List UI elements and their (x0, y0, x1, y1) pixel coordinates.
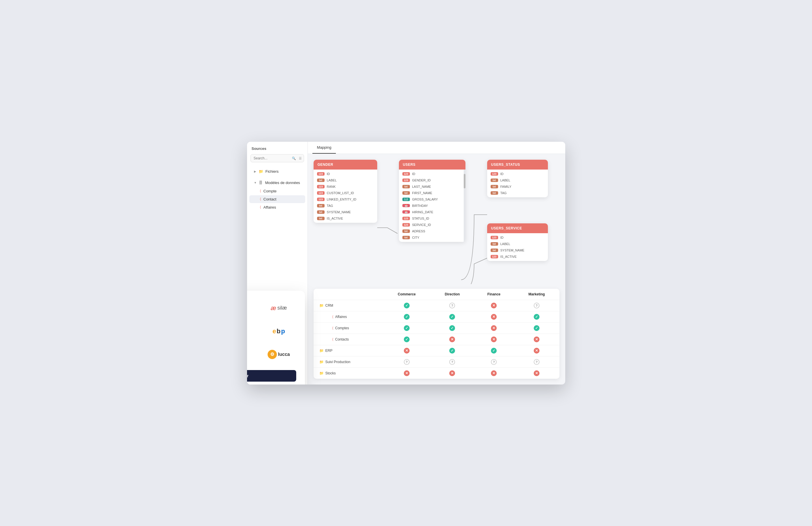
type-badge: 123 (402, 223, 410, 227)
field-name: ADRESS (412, 229, 425, 233)
perm-table-row: ⟨ Contacts ✓ ✕ ✕ ✕ (314, 333, 560, 345)
type-badge: 123 (402, 179, 410, 182)
perm-row-label: ⟨ Comptes (314, 322, 383, 333)
field-name: LABEL (327, 179, 337, 182)
status-check-icon: ✓ (404, 314, 410, 320)
perm-cell-marketing: ✕ (514, 345, 560, 356)
table-users-body: 123ID 123GENDER_ID txtLAST_NAME txtFIRST… (399, 170, 465, 242)
field-name: RANK (327, 185, 336, 188)
col-header-finance: Finance (474, 289, 514, 300)
perm-cell-direction: ✕ (431, 333, 474, 345)
table-gender-header: GENDER (314, 160, 377, 170)
col-header-commerce: Commerce (383, 289, 431, 300)
perm-table-row: 📁 Stocks ✕ ✕ ✕ ✕ (314, 367, 560, 379)
main-content: GENDER 123ID txtLABEL 123RANK 123CUSTOM_… (308, 154, 565, 385)
field-name: LINKED_ENTITY_ID (327, 198, 357, 201)
logo-lucca: ⚙ lucca (261, 346, 296, 363)
db-icon (259, 181, 263, 185)
perm-cell-finance: ✕ (474, 322, 514, 333)
type-badge: 📅 (402, 204, 410, 207)
connector-logos-grid: Sage X æ silæ Wavesoft (247, 299, 296, 363)
status-check-icon: ✓ (449, 325, 455, 331)
type-badge: txt (317, 179, 324, 182)
table-gender-body: 123ID txtLABEL 123RANK 123CUSTOM_LIST_ID… (314, 170, 377, 223)
table-row: 123ID (399, 171, 465, 177)
logo-dynamics (247, 346, 256, 363)
col-header-empty (314, 289, 383, 300)
scrollbar-thumb[interactable] (464, 174, 465, 188)
type-badge: txt (402, 236, 410, 239)
table-row: txtCITY (399, 234, 465, 241)
folder-icon (259, 169, 263, 174)
perm-cell-direction: ? (431, 300, 474, 311)
tab-mapping[interactable]: Mapping (313, 142, 336, 154)
search-icon: 🔍 (292, 156, 296, 160)
search-input[interactable] (250, 154, 304, 162)
table-row: 📅BIRTHDAY (399, 202, 465, 209)
col-header-direction: Direction (431, 289, 474, 300)
type-badge: txt (317, 210, 324, 214)
scrollbar-track[interactable] (464, 170, 465, 242)
tabs-bar: Mapping (308, 142, 565, 154)
perm-cell-finance: ✕ (474, 333, 514, 345)
perm-cell-finance: ? (474, 356, 514, 367)
table-row: 123LINKED_ENTITY_ID (314, 196, 377, 202)
table-users-status: USERS_STATUS 123ID txtLABEL txtFAMILY tx… (487, 160, 548, 197)
type-badge: 123 (402, 217, 410, 220)
connecter-button[interactable]: Connecter (247, 370, 296, 382)
field-name: FIRST_NAME (412, 191, 433, 195)
sidebar-item-contact[interactable]: ⟨ Contact (249, 195, 305, 203)
field-name: TAG (327, 204, 333, 208)
status-cross-icon: ✕ (491, 314, 497, 320)
perm-cell-direction: ✓ (431, 311, 474, 322)
perm-table-row: ⟨ Comptes ✓ ✓ ✕ ✓ (314, 322, 560, 333)
status-cross-icon: ✕ (404, 348, 410, 354)
sidebar-item-compte[interactable]: ⟨ Compte (249, 187, 305, 195)
field-name: CUSTOM_LIST_ID (327, 191, 354, 195)
sidebar-group-fichiers: ▶ Fichiers (247, 166, 307, 177)
perm-cell-commerce: ✓ (383, 311, 431, 322)
logo-excel: X (247, 299, 256, 317)
perm-cell-marketing: ✕ (514, 367, 560, 379)
status-question-icon: ? (404, 359, 410, 365)
perm-cell-commerce: ✓ (383, 300, 431, 311)
status-check-icon: ✓ (449, 314, 455, 320)
table-row: 123STATUS_ID (399, 215, 465, 222)
sidebar-item-modeles[interactable]: ▼ Modèles de données (249, 179, 305, 187)
status-cross-icon: ✕ (491, 370, 497, 376)
status-cross-icon: ✕ (534, 370, 539, 376)
sidebar-title: Sources (247, 146, 307, 154)
field-name: STATUS_ID (412, 217, 429, 220)
share-icon-compte: ⟨ (260, 189, 261, 193)
sidebar-item-affaires[interactable]: ⟨ Affaires (249, 203, 305, 211)
col-header-marketing: Marketing (514, 289, 560, 300)
perm-cell-direction: ✕ (431, 367, 474, 379)
table-row: txtSYSTEM_NAME (314, 209, 377, 215)
table-row: txtTAG (314, 202, 377, 209)
status-check-icon: ✓ (404, 337, 410, 342)
type-badge: txt (491, 242, 498, 246)
perm-row-label: ⟨ Affaires (314, 311, 383, 322)
field-name: BIRTHDAY (412, 204, 428, 208)
type-badge: 123 (317, 191, 324, 195)
perm-cell-direction: ? (431, 356, 474, 367)
perm-table-row: ⟨ Affaires ✓ ✓ ✕ ✓ (314, 311, 560, 322)
contact-label: Contact (263, 197, 277, 201)
status-check-icon: ✓ (534, 314, 539, 320)
status-check-icon: ✓ (404, 303, 410, 309)
field-name: TAG (501, 191, 507, 195)
table-users: USERS 123ID 123GENDER_ID txtLAST_NAME tx… (399, 160, 465, 242)
perm-cell-marketing: ? (514, 356, 560, 367)
perm-cell-commerce: ? (383, 356, 431, 367)
status-question-icon: ? (449, 303, 455, 309)
fichiers-label: Fichiers (265, 169, 279, 174)
field-name: SYSTEM_NAME (327, 210, 351, 214)
type-badge: 1.2 (402, 198, 410, 201)
sidebar-item-fichiers[interactable]: ▶ Fichiers (249, 167, 305, 176)
status-check-icon: ✓ (404, 325, 410, 331)
type-badge: txt (402, 229, 410, 233)
type-badge: txt (317, 204, 324, 208)
perm-cell-commerce: ✓ (383, 333, 431, 345)
table-row: txtSYSTEM_NAME (487, 247, 548, 254)
status-cross-icon: ✕ (534, 337, 539, 342)
